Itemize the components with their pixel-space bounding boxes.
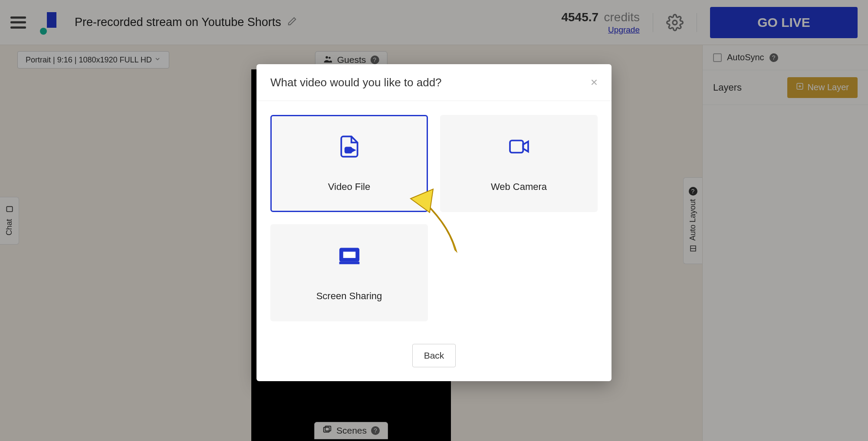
close-icon: × — [591, 75, 598, 89]
svg-marker-14 — [351, 149, 354, 152]
modal-back-button[interactable]: Back — [412, 344, 456, 367]
screen-sharing-icon — [337, 244, 362, 270]
option-video-file[interactable]: Video File — [270, 115, 428, 212]
svg-rect-15 — [510, 140, 523, 153]
option-web-camera-label: Web Camera — [491, 181, 547, 193]
option-video-file-label: Video File — [328, 181, 370, 193]
option-web-camera[interactable]: Web Camera — [440, 115, 598, 212]
option-screen-sharing-label: Screen Sharing — [316, 291, 382, 302]
svg-rect-13 — [345, 147, 351, 153]
svg-rect-18 — [342, 251, 356, 259]
add-video-modal: What video would you like to add? × — [256, 64, 612, 381]
option-screen-sharing[interactable]: Screen Sharing — [270, 224, 428, 321]
video-file-icon — [337, 134, 362, 160]
modal-close-button[interactable]: × — [591, 75, 598, 89]
web-camera-icon — [507, 134, 531, 160]
modal-title: What video would you like to add? — [270, 76, 442, 89]
